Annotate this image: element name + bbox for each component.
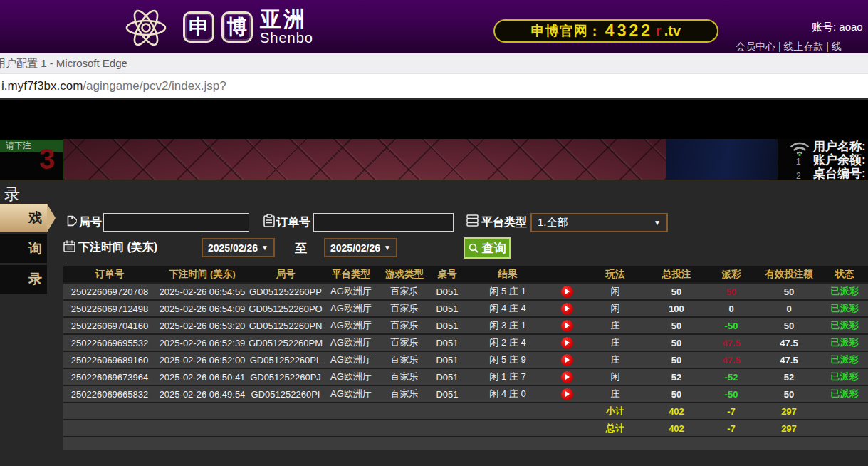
cell-play xyxy=(550,371,583,383)
cell-order: 250226069689160 xyxy=(63,355,156,366)
play-video-button[interactable] xyxy=(561,354,573,366)
cell-playtype: 闲 xyxy=(583,285,647,298)
cell-result: 闲 2 庄 4 xyxy=(465,336,550,349)
play-video-button[interactable] xyxy=(561,303,573,315)
sidebar-item-2[interactable]: 录 xyxy=(0,265,47,294)
play-video-button[interactable] xyxy=(561,337,573,349)
round-number-input[interactable] xyxy=(103,213,249,232)
cell-game: 百家乐 xyxy=(380,319,429,332)
cell-time: 2025-02-26 06:54:55 xyxy=(156,286,249,297)
cell-result: 闲 4 庄 4 xyxy=(465,302,550,315)
cell-status: 已派彩 xyxy=(821,353,868,366)
play-video-button[interactable] xyxy=(561,388,573,400)
header-9: 总投注 xyxy=(647,268,706,281)
cell-result: 闲 5 庄 1 xyxy=(465,285,550,298)
header-5: 桌号 xyxy=(429,268,465,281)
header-1: 下注时间 (美东) xyxy=(156,268,249,281)
logo-char-shen: 申 xyxy=(183,11,214,43)
bet-time-label: 下注时间 (美东) xyxy=(78,240,157,255)
table-row: 2502260696739642025-02-26 06:50:41GD0512… xyxy=(63,369,868,386)
official-site-label: 申博官网： xyxy=(531,22,602,41)
cell-playtype: 庄 xyxy=(583,353,647,366)
cell-table: D051 xyxy=(429,355,465,366)
cell-game: 百家乐 xyxy=(380,371,429,383)
chevron-down-icon: ▼ xyxy=(261,244,268,252)
cell-payout: 47.5 xyxy=(706,355,757,366)
table-header-row: 订单号下注时间 (美东)局号平台类型游戏类型桌号结果玩法总投注派彩有效投注额状态 xyxy=(63,266,868,284)
calendar-icon xyxy=(63,239,76,253)
cell-order: 250226069695532 xyxy=(63,338,156,348)
cell-playtype: 庄 xyxy=(583,336,647,349)
member-nav-links[interactable]: 会员中心 | 线上存款 | 线 xyxy=(736,41,868,53)
cell-play xyxy=(550,303,583,315)
cell-payout: -50 xyxy=(706,321,757,331)
browser-titlebar: 用户配置 1 - Microsoft Edge xyxy=(0,53,868,74)
platform-type-select[interactable]: 1.全部 ▼ xyxy=(530,213,668,232)
official-site-tld: .tv xyxy=(664,23,681,39)
header-4: 游戏类型 xyxy=(380,268,429,281)
order-number-input[interactable] xyxy=(313,213,454,232)
cell-playtype: 庄 xyxy=(583,319,647,332)
search-button[interactable]: 查询 xyxy=(464,237,511,259)
cell-result: 闲 1 庄 7 xyxy=(465,371,550,383)
site-header: 申 博 亚洲 Shenbo 申博官网：4322r.tv 账号: aoao 会员中… xyxy=(0,0,868,53)
logo-char-bo: 博 xyxy=(221,11,253,43)
cell-order: 250226069665832 xyxy=(63,389,156,400)
cell-platform: AG欧洲厅 xyxy=(323,371,380,383)
table-row: 2502260696658322025-02-26 06:49:54GD0512… xyxy=(63,386,868,403)
header-10: 派彩 xyxy=(706,268,757,281)
cell-payout: 50 xyxy=(706,286,757,297)
header-3: 平台类型 xyxy=(323,268,380,281)
bets-table: 订单号下注时间 (美东)局号平台类型游戏类型桌号结果玩法总投注派彩有效投注额状态… xyxy=(63,266,868,450)
address-bar[interactable]: i.myf7f3bx.com/agingame/pcv2/index.jsp? xyxy=(0,74,868,100)
round-number-label: 局号 xyxy=(79,215,102,230)
header-0: 订单号 xyxy=(63,268,156,281)
account-label: 账号: aoao xyxy=(812,21,863,34)
countdown-timer: 3 xyxy=(39,143,55,175)
date-to-select[interactable]: 2025/02/26▼ xyxy=(324,238,397,257)
url-path: /agingame/pcv2/index.jsp? xyxy=(83,79,226,93)
subtotal-row-bet: 402 xyxy=(647,406,706,417)
cell-time: 2025-02-26 06:49:54 xyxy=(156,389,249,400)
header-11: 有效投注额 xyxy=(757,268,821,281)
sidebar-item-1[interactable]: 询 xyxy=(0,234,47,263)
casino-background xyxy=(63,139,666,180)
cell-bet: 100 xyxy=(647,304,706,314)
cell-round: GD051252260PI xyxy=(249,389,323,400)
cell-valid: 50 xyxy=(757,286,821,297)
cell-playtype: 庄 xyxy=(583,388,647,400)
cell-result: 闲 5 庄 9 xyxy=(465,353,550,366)
seat-number-1: 1 xyxy=(796,157,801,167)
cell-valid: 0 xyxy=(757,304,821,314)
cell-table: D051 xyxy=(429,286,465,297)
cell-platform: AG欧洲厅 xyxy=(323,319,380,332)
cell-time: 2025-02-26 06:54:09 xyxy=(156,304,249,314)
cell-payout: -50 xyxy=(706,389,757,400)
cell-time: 2025-02-26 06:52:00 xyxy=(156,355,249,366)
cell-bet: 50 xyxy=(647,389,706,400)
date-from-value: 2025/02/26 xyxy=(208,242,258,254)
sidebar: 戏询录 xyxy=(0,204,47,296)
date-from-select[interactable]: 2025/02/26▼ xyxy=(202,238,275,257)
official-site-banner[interactable]: 申博官网：4322r.tv xyxy=(493,19,718,43)
game-scene-strip: 请下注 3 用户名称: 账户余额: 桌台编号: 1 2 xyxy=(0,139,868,180)
cell-status: 已派彩 xyxy=(821,371,868,383)
sidebar-item-0[interactable]: 戏 xyxy=(0,204,47,232)
black-spacer xyxy=(0,100,868,139)
site-logo: 申 博 亚洲 Shenbo xyxy=(116,1,313,53)
order-number-label: 订单号 xyxy=(276,215,310,230)
cell-payout: 0 xyxy=(706,304,757,314)
table-row: 2502260696891602025-02-26 06:52:00GD0512… xyxy=(63,352,868,369)
play-video-button[interactable] xyxy=(561,371,573,383)
cell-status: 已派彩 xyxy=(821,285,868,298)
cell-platform: AG欧洲厅 xyxy=(323,353,380,366)
header-8: 玩法 xyxy=(583,268,647,281)
subtotal-row-payout: -7 xyxy=(706,406,757,417)
cell-order: 250226069673964 xyxy=(63,372,156,383)
cell-time: 2025-02-26 06:52:39 xyxy=(156,338,249,348)
play-video-button[interactable] xyxy=(561,320,573,332)
cell-status: 已派彩 xyxy=(821,388,868,400)
cell-table: D051 xyxy=(429,321,465,331)
play-video-button[interactable] xyxy=(561,286,573,298)
cell-platform: AG欧洲厅 xyxy=(323,336,380,349)
